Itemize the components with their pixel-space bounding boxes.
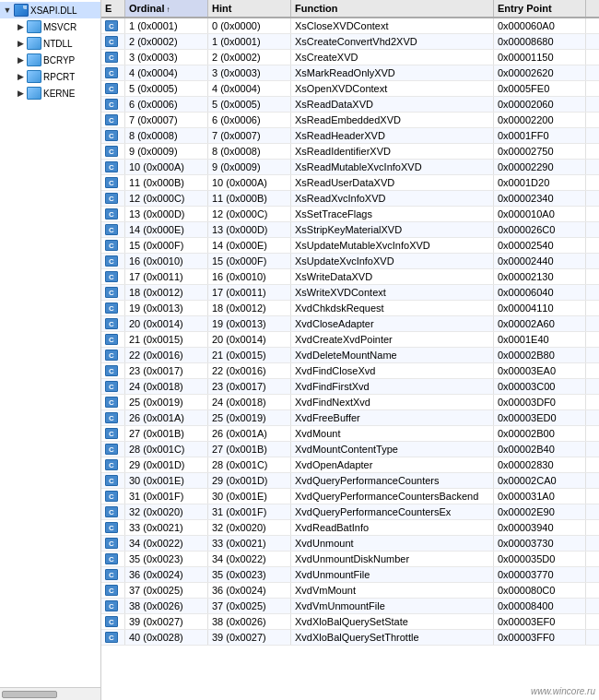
- table-body[interactable]: C1 (0x0001)0 (0x0000)XsCloseXVDContext0x…: [101, 18, 599, 700]
- cell-entrypoint-38: 0x00003EF0: [494, 614, 586, 629]
- c-icon-39: C: [105, 632, 118, 643]
- cell-function-7: XsReadHeaderXVD: [291, 128, 494, 143]
- cell-function-34: XvdUnmountDiskNumber: [291, 552, 494, 566]
- table-row[interactable]: C23 (0x0017)22 (0x0016)XvdFindCloseXvd0x…: [101, 363, 599, 379]
- table-row[interactable]: C6 (0x0006)5 (0x0005)XsReadDataXVD0x0000…: [101, 97, 599, 113]
- table-row[interactable]: C38 (0x0026)37 (0x0025)XvdVmUnmountFile0…: [101, 599, 599, 614]
- c-icon-10: C: [105, 177, 118, 188]
- cell-hint-20: 20 (0x0014): [208, 332, 291, 347]
- tree-label-xsapi: XSAPI.DLL: [30, 6, 77, 16]
- column-header-func[interactable]: Function: [291, 0, 494, 17]
- tree-panel: ▼XSAPI.DLL▶MSVCR▶NTDLL▶BCRYP▶RPCRT▶KERNE: [0, 0, 101, 700]
- table-row[interactable]: C26 (0x001A)25 (0x0019)XvdFreeBuffer0x00…: [101, 410, 599, 426]
- cell-e-35: C: [101, 567, 125, 582]
- cell-function-35: XvdUnmountFile: [291, 567, 494, 582]
- cell-function-28: XvdOpenAdapter: [291, 457, 494, 472]
- cell-hint-17: 17 (0x0011): [208, 285, 291, 300]
- table-row[interactable]: C24 (0x0018)23 (0x0017)XvdFindFirstXvd0x…: [101, 379, 599, 395]
- cell-function-18: XvdChkdskRequest: [291, 301, 494, 315]
- cell-function-13: XsStripKeyMaterialXVD: [291, 222, 494, 237]
- table-row[interactable]: C35 (0x0023)34 (0x0022)XvdUnmountDiskNum…: [101, 552, 599, 567]
- table-row[interactable]: C28 (0x001C)27 (0x001B)XvdMountContentTy…: [101, 442, 599, 457]
- tree-item-msvcr[interactable]: ▶MSVCR: [0, 18, 100, 35]
- table-row[interactable]: C19 (0x0013)18 (0x0012)XvdChkdskRequest0…: [101, 301, 599, 316]
- expand-icon-xsapi[interactable]: ▼: [2, 6, 13, 15]
- table-row[interactable]: C10 (0x000A)9 (0x0009)XsReadMutableXvcIn…: [101, 160, 599, 175]
- cell-hint-38: 38 (0x0026): [208, 614, 291, 629]
- table-row[interactable]: C11 (0x000B)10 (0x000A)XsReadUserDataXVD…: [101, 175, 599, 191]
- cell-entrypoint-33: 0x00003730: [494, 536, 586, 551]
- table-row[interactable]: C9 (0x0009)8 (0x0008)XsReadIdentifierXVD…: [101, 144, 599, 160]
- cell-function-26: XvdMount: [291, 426, 494, 441]
- table-row[interactable]: C22 (0x0016)21 (0x0015)XvdDeleteMountNam…: [101, 348, 599, 363]
- table-row[interactable]: C40 (0x0028)39 (0x0027)XvdXloBalQuerySet…: [101, 630, 599, 646]
- tree-item-xsapi[interactable]: ▼XSAPI.DLL: [0, 2, 100, 18]
- cell-entrypoint-14: 0x00002540: [494, 238, 586, 253]
- cell-e-30: C: [101, 489, 125, 504]
- cell-entrypoint-21: 0x00002B80: [494, 348, 586, 362]
- table-row[interactable]: C34 (0x0022)33 (0x0021)XvdUnmount0x00003…: [101, 536, 599, 552]
- table-row[interactable]: C37 (0x0025)36 (0x0024)XvdVmMount0x00008…: [101, 583, 599, 599]
- cell-entrypoint-11: 0x00002340: [494, 191, 586, 206]
- table-row[interactable]: C5 (0x0005)4 (0x0004)XsOpenXVDContext0x0…: [101, 81, 599, 97]
- expand-icon-msvcr[interactable]: ▶: [15, 22, 26, 31]
- cell-function-31: XvdQueryPerformanceCountersEx: [291, 504, 494, 519]
- cell-function-11: XsReadXvcInfoXVD: [291, 191, 494, 206]
- table-row[interactable]: C39 (0x0027)38 (0x0026)XvdXloBalQuerySet…: [101, 614, 599, 630]
- table-row[interactable]: C27 (0x001B)26 (0x001A)XvdMount0x00002B0…: [101, 426, 599, 442]
- table-row[interactable]: C32 (0x0020)31 (0x001F)XvdQueryPerforman…: [101, 504, 599, 520]
- cell-e-31: C: [101, 504, 125, 519]
- cell-hint-4: 4 (0x0004): [208, 81, 291, 96]
- cell-ordinal-27: 28 (0x001C): [125, 442, 208, 457]
- table-row[interactable]: C20 (0x0014)19 (0x0013)XvdCloseAdapter0x…: [101, 316, 599, 332]
- table-row[interactable]: C15 (0x000F)14 (0x000E)XsUpdateMutableXv…: [101, 238, 599, 254]
- table-row[interactable]: C29 (0x001D)28 (0x001C)XvdOpenAdapter0x0…: [101, 457, 599, 473]
- table-row[interactable]: C8 (0x0008)7 (0x0007)XsReadHeaderXVD0x00…: [101, 128, 599, 144]
- expand-icon-rpcrt[interactable]: ▶: [15, 72, 26, 81]
- tree-item-kerne[interactable]: ▶KERNE: [0, 85, 100, 101]
- table-row[interactable]: C17 (0x0011)16 (0x0010)XsWriteDataXVD0x0…: [101, 269, 599, 285]
- table-row[interactable]: C33 (0x0021)32 (0x0020)XvdReadBatInfo0x0…: [101, 520, 599, 536]
- cell-function-22: XvdFindCloseXvd: [291, 363, 494, 378]
- table-row[interactable]: C12 (0x000C)11 (0x000B)XsReadXvcInfoXVD0…: [101, 191, 599, 207]
- cell-ordinal-5: 6 (0x0006): [125, 97, 208, 112]
- cell-e-15: C: [101, 254, 125, 268]
- table-row[interactable]: C2 (0x0002)1 (0x0001)XsCreateConvertVhd2…: [101, 34, 599, 50]
- table-row[interactable]: C18 (0x0012)17 (0x0011)XsWriteXVDContext…: [101, 285, 599, 301]
- expand-icon-ntdll[interactable]: ▶: [15, 39, 26, 48]
- column-header-e[interactable]: E: [101, 0, 125, 17]
- expand-icon-bcryp[interactable]: ▶: [15, 55, 26, 65]
- tree-item-ntdll[interactable]: ▶NTDLL: [0, 35, 100, 52]
- cell-function-25: XvdFreeBuffer: [291, 410, 494, 425]
- cell-e-12: C: [101, 207, 125, 221]
- cell-ordinal-37: 38 (0x0026): [125, 599, 208, 613]
- horizontal-scrollbar[interactable]: [2, 691, 57, 698]
- table-row[interactable]: C13 (0x000D)12 (0x000C)XsSetTraceFlags0x…: [101, 207, 599, 222]
- table-row[interactable]: C3 (0x0003)2 (0x0002)XsCreateXVD0x000011…: [101, 50, 599, 65]
- cell-entrypoint-35: 0x00003770: [494, 567, 586, 582]
- tree-content[interactable]: ▼XSAPI.DLL▶MSVCR▶NTDLL▶BCRYP▶RPCRT▶KERNE: [0, 0, 100, 687]
- tree-item-bcryp[interactable]: ▶BCRYP: [0, 52, 100, 68]
- table-row[interactable]: C36 (0x0024)35 (0x0023)XvdUnmountFile0x0…: [101, 567, 599, 583]
- tree-item-rpcrt[interactable]: ▶RPCRT: [0, 68, 100, 85]
- expand-icon-kerne[interactable]: ▶: [15, 89, 26, 98]
- cell-hint-19: 19 (0x0013): [208, 316, 291, 331]
- table-row[interactable]: C16 (0x0010)15 (0x000F)XsUpdateXvcInfoXV…: [101, 254, 599, 269]
- table-row[interactable]: C14 (0x000E)13 (0x000D)XsStripKeyMateria…: [101, 222, 599, 238]
- table-row[interactable]: C4 (0x0004)3 (0x0003)XsMarkReadOnlyXVD0x…: [101, 65, 599, 81]
- table-row[interactable]: C30 (0x001E)29 (0x001D)XvdQueryPerforman…: [101, 473, 599, 489]
- table-row[interactable]: C1 (0x0001)0 (0x0000)XsCloseXVDContext0x…: [101, 18, 599, 34]
- cell-entrypoint-34: 0x000035D0: [494, 552, 586, 566]
- table-row[interactable]: C21 (0x0015)20 (0x0014)XvdCreateXvdPoint…: [101, 332, 599, 348]
- c-icon-30: C: [105, 491, 118, 502]
- column-header-hint[interactable]: Hint: [208, 0, 291, 17]
- column-header-ep[interactable]: Entry Point: [494, 0, 586, 17]
- c-icon-11: C: [105, 193, 118, 204]
- table-row[interactable]: C25 (0x0019)24 (0x0018)XvdFindNextXvd0x0…: [101, 395, 599, 410]
- table-row[interactable]: C31 (0x001F)30 (0x001E)XvdQueryPerforman…: [101, 489, 599, 504]
- cell-ordinal-39: 40 (0x0028): [125, 630, 208, 645]
- cell-ordinal-19: 20 (0x0014): [125, 316, 208, 331]
- column-header-ord[interactable]: Ordinal↑: [125, 0, 208, 17]
- cell-entrypoint-25: 0x00003ED0: [494, 410, 586, 425]
- table-row[interactable]: C7 (0x0007)6 (0x0006)XsReadEmbeddedXVD0x…: [101, 113, 599, 128]
